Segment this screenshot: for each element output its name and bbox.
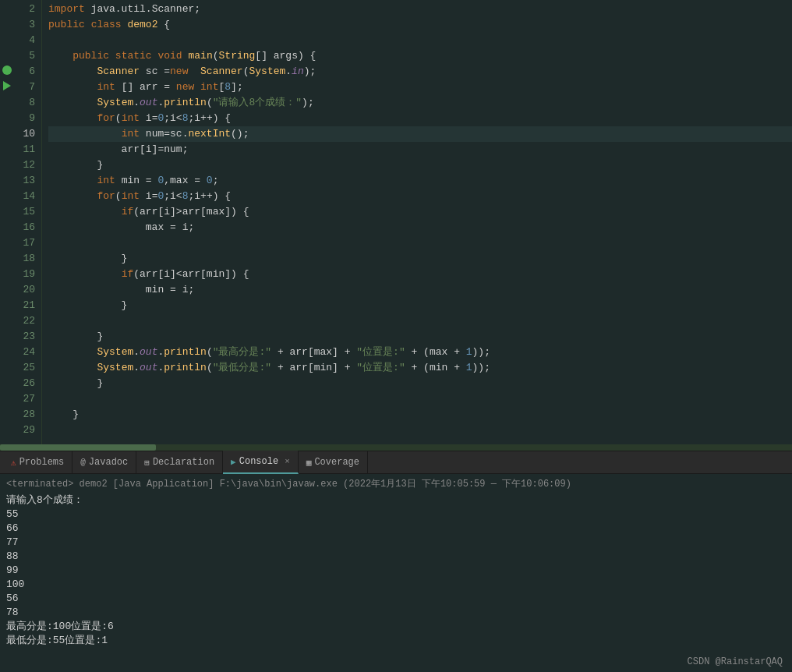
- gutter-cell-28: [0, 421, 14, 437]
- watermark: CSDN @RainstarQAQ: [688, 656, 783, 667]
- tab-javadoc[interactable]: @ Javadoc: [72, 451, 136, 474]
- token: 1: [466, 345, 472, 360]
- token: [48, 267, 122, 282]
- code-line-24: System.out.println("最高分是:" + arr[max] + …: [48, 345, 792, 360]
- token: [122, 17, 128, 33]
- gutter-cell-8: [0, 109, 14, 125]
- gutter-cell-4: [0, 47, 14, 62]
- token: [109, 48, 115, 64]
- token: }: [48, 298, 127, 313]
- token: "最高分是:": [213, 345, 271, 360]
- token: 8: [182, 111, 189, 126]
- ln-8: 8: [17, 95, 35, 111]
- token: }: [48, 376, 103, 391]
- code-line-2: import java.util.Scanner;: [48, 2, 792, 17]
- ln-17: 17: [17, 235, 35, 251]
- editor-area: 2 3 4 5 6 7 8 9 10 11 12 13 14 15 16 17 …: [0, 0, 792, 444]
- token: System: [97, 345, 133, 360]
- tab-problems[interactable]: ⚠ Problems: [3, 451, 72, 474]
- gutter-cell-12: [0, 172, 14, 187]
- code-line-23: }: [48, 329, 792, 345]
- token: [48, 345, 97, 360]
- ln-4: 4: [17, 33, 35, 48]
- token: 0: [157, 173, 164, 189]
- token: arr[i]=num;: [48, 142, 188, 157]
- gutter-cell-25: [0, 374, 14, 390]
- scrollbar-thumb[interactable]: [0, 444, 156, 451]
- gutter-cell-9: [0, 125, 14, 140]
- code-line-8: System.out.println("请输入8个成绩：");: [48, 95, 792, 111]
- ln-14: 14: [17, 189, 35, 204]
- tab-console[interactable]: ▶ Console ×: [223, 451, 299, 474]
- token: public: [72, 48, 109, 64]
- console-section: <terminated> demo2 [Java Application] F:…: [0, 474, 792, 672]
- token: in: [292, 64, 304, 80]
- token: );: [302, 95, 314, 111]
- token: num=sc.: [140, 126, 188, 142]
- ln-27: 27: [17, 391, 35, 407]
- token: + (max +: [405, 345, 466, 360]
- ln-24: 24: [17, 345, 35, 360]
- console-line-8: 78: [6, 606, 786, 620]
- gutter-arrow-6[interactable]: [0, 78, 14, 94]
- token: println: [164, 345, 207, 360]
- token: "位置是:": [356, 360, 405, 376]
- token: String: [219, 48, 256, 64]
- editor-scrollbar[interactable]: [0, 444, 792, 451]
- gutter-cell-1: [0, 0, 14, 16]
- console-line-0: 请输入8个成绩：: [6, 493, 786, 508]
- token: int: [200, 80, 218, 95]
- declaration-icon: ⊞: [144, 458, 150, 468]
- code-line-19: if(arr[i]<arr[min]) {: [48, 267, 792, 282]
- token: int: [122, 189, 140, 204]
- ln-26: 26: [17, 376, 35, 391]
- token: 0: [207, 173, 213, 189]
- code-content[interactable]: import java.util.Scanner; public class d…: [42, 0, 792, 444]
- tab-coverage[interactable]: ▦ Coverage: [299, 451, 368, 474]
- token: [48, 64, 97, 80]
- tab-javadoc-label: Javadoc: [89, 457, 128, 468]
- token: "请输入8个成绩：": [213, 95, 302, 111]
- token: .: [133, 345, 140, 360]
- token: (: [115, 189, 122, 204]
- token: out: [140, 360, 157, 376]
- ln-22: 22: [17, 313, 35, 329]
- ln-6: 6: [17, 64, 35, 80]
- console-line-7: 56: [6, 592, 786, 606]
- token: );: [304, 64, 316, 80]
- tab-console-close[interactable]: ×: [285, 457, 290, 466]
- gutter-cell-27: [0, 405, 14, 421]
- token: new: [176, 80, 194, 95]
- token: for: [97, 111, 115, 126]
- console-line-3: 77: [6, 536, 786, 550]
- token: 0: [157, 189, 164, 204]
- token: sc =: [140, 64, 170, 80]
- token: main: [189, 48, 213, 64]
- token: (: [207, 360, 213, 376]
- tab-declaration[interactable]: ⊞ Declaration: [136, 451, 223, 474]
- token: nextInt: [188, 126, 231, 142]
- code-line-5: public static void main(String[] args) {: [48, 48, 792, 64]
- main-container: 2 3 4 5 6 7 8 9 10 11 12 13 14 15 16 17 …: [0, 0, 792, 672]
- console-line-9: 最高分是:100位置是:6: [6, 620, 786, 634]
- token: 0: [157, 111, 164, 126]
- token: demo2: [127, 17, 157, 33]
- console-terminated-text: <terminated> demo2 [Java Application] F:…: [6, 477, 786, 490]
- gutter-breakpoint-5[interactable]: [0, 62, 14, 78]
- code-line-28: }: [48, 407, 792, 423]
- console-line-2: 66: [6, 522, 786, 536]
- tab-declaration-label: Declaration: [153, 457, 214, 468]
- watermark-text: CSDN @RainstarQAQ: [688, 656, 783, 667]
- token: (: [207, 95, 213, 111]
- token: + (min +: [405, 360, 466, 376]
- token: .: [133, 95, 140, 111]
- token: min =: [115, 173, 158, 189]
- console-icon: ▶: [231, 457, 236, 467]
- token: [194, 80, 200, 95]
- token: (arr[i]>arr[max]) {: [133, 204, 249, 220]
- token: [188, 64, 200, 80]
- token: [48, 126, 122, 142]
- token: import: [48, 2, 85, 17]
- ln-13: 13: [17, 173, 35, 189]
- token: ();: [231, 126, 249, 142]
